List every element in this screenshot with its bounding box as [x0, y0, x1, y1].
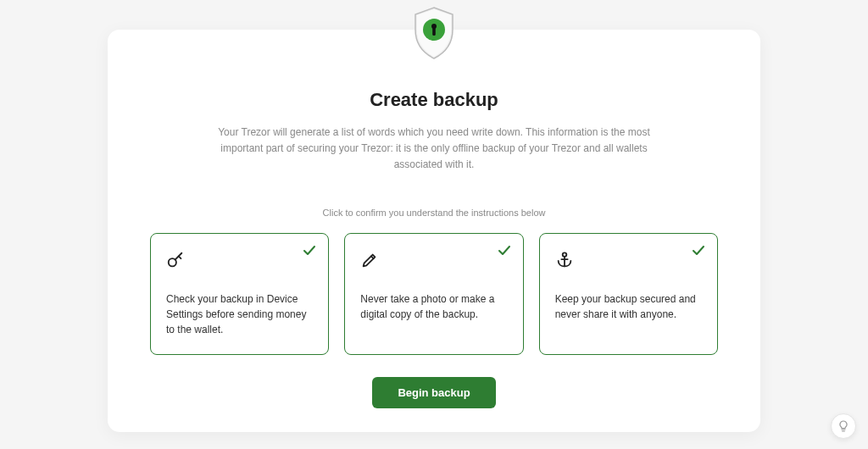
check-icon	[303, 244, 316, 261]
instructions-label: Click to confirm you understand the inst…	[323, 208, 546, 218]
anchor-icon	[555, 251, 702, 273]
key-icon	[166, 251, 313, 273]
hint-button[interactable]	[831, 413, 856, 439]
shield-icon	[409, 4, 459, 67]
confirm-card-text: Keep your backup secured and never share…	[555, 291, 702, 322]
lightbulb-icon	[837, 419, 850, 433]
check-icon	[692, 244, 705, 261]
page-title: Create backup	[370, 89, 498, 111]
confirm-card-text: Check your backup in Device Settings bef…	[166, 291, 313, 337]
pencil-icon	[360, 251, 507, 273]
check-icon	[498, 244, 511, 261]
begin-backup-button[interactable]: Begin backup	[372, 377, 495, 408]
confirm-cards-row: Check your backup in Device Settings bef…	[150, 233, 718, 355]
page-description: Your Trezor will generate a list of word…	[197, 125, 671, 174]
confirm-card-check-backup[interactable]: Check your backup in Device Settings bef…	[150, 233, 329, 355]
confirm-card-text: Never take a photo or make a digital cop…	[360, 291, 507, 322]
confirm-card-secure[interactable]: Keep your backup secured and never share…	[539, 233, 718, 355]
svg-rect-2	[432, 27, 436, 36]
backup-card: Create backup Your Trezor will generate …	[108, 30, 760, 432]
confirm-card-no-photo[interactable]: Never take a photo or make a digital cop…	[344, 233, 523, 355]
